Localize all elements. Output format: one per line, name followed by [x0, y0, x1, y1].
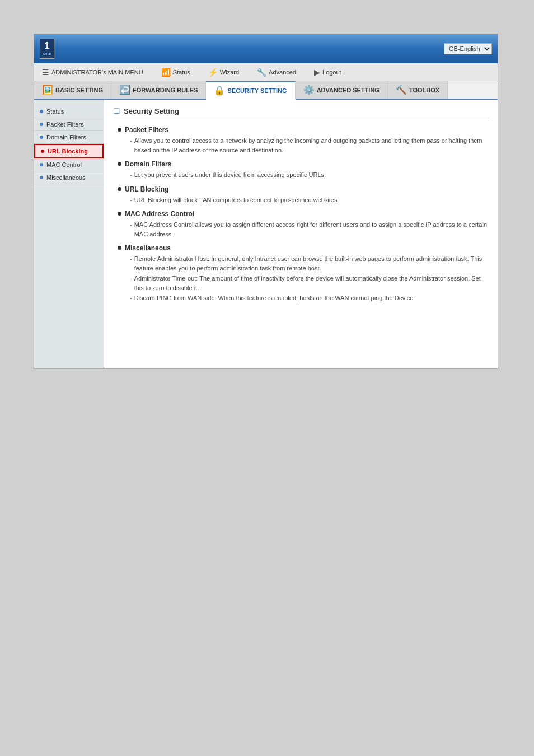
- dash-icon: -: [130, 274, 132, 283]
- feature-domain-filters: Domain Filters - Let you prevent users u…: [118, 160, 489, 180]
- dash-icon: -: [130, 254, 132, 264]
- sidebar-item-packet-filters[interactable]: Packet Filters: [34, 118, 104, 131]
- lang-select-wrap: GB-English: [444, 43, 492, 54]
- dash-icon: -: [130, 170, 132, 180]
- section-title: Security Setting: [124, 107, 179, 115]
- dash-icon: -: [130, 136, 132, 146]
- header-bar: 1 one GB-English: [34, 34, 498, 63]
- nav-item-logout[interactable]: ▶ Logout: [311, 66, 345, 79]
- feature-desc-mac-address-control: - MAC Address Control allows you to assi…: [130, 220, 489, 239]
- logo-box: 1 one: [40, 39, 54, 59]
- bullet-miscellaneous: [118, 246, 121, 250]
- status-nav-icon: 📶: [161, 68, 171, 77]
- sidebar-status-label: Status: [46, 108, 64, 115]
- desc-text-domain-filters: Let you prevent users under this device …: [134, 170, 326, 180]
- main-content: ☐ Security Setting Packet Filters -: [104, 100, 498, 368]
- sidebar-bullet-mac-control: [40, 163, 43, 166]
- desc-text-misc-0: Remote Administrator Host: In general, o…: [134, 254, 489, 273]
- dash-icon: -: [130, 220, 132, 230]
- tab-bar: 🖼️ BASIC SETTING ↩️ FORWARDING RULES 🔒 S…: [34, 81, 498, 100]
- dash-icon: -: [130, 195, 132, 205]
- logo-icon: 1: [44, 41, 50, 51]
- advanced-nav-icon: 🔧: [257, 68, 266, 77]
- desc-item-misc-1: - Administrator Time-out: The amount of …: [130, 274, 489, 292]
- menu-icon: ☰: [42, 68, 49, 77]
- logo-one-text: one: [43, 51, 51, 57]
- toolbox-icon: 🔨: [396, 85, 407, 95]
- sidebar-bullet-url-blocking: [41, 150, 44, 153]
- feature-title-domain-filters: Domain Filters: [118, 160, 489, 168]
- feature-desc-domain-filters: - Let you prevent users under this devic…: [130, 170, 489, 180]
- tab-advanced-setting-label: ADVANCED SETTING: [317, 87, 380, 94]
- bullet-mac-address-control: [118, 212, 121, 216]
- desc-text-packet-filters: Allows you to control access to a networ…: [134, 136, 489, 155]
- nav-status-label: Status: [173, 69, 190, 76]
- tab-basic-setting[interactable]: 🖼️ BASIC SETTING: [34, 81, 111, 99]
- logout-nav-icon: ▶: [314, 68, 320, 77]
- desc-item-misc-2: - Discard PING from WAN side: When this …: [130, 293, 489, 303]
- forwarding-rules-icon: ↩️: [119, 85, 130, 95]
- sidebar-item-status[interactable]: Status: [34, 105, 104, 118]
- sidebar-bullet-packet-filters: [40, 123, 43, 126]
- feature-title-mac-address-control: MAC Address Control: [118, 210, 489, 218]
- bullet-domain-filters: [118, 162, 121, 166]
- tab-advanced-setting[interactable]: ⚙️ ADVANCED SETTING: [296, 81, 388, 99]
- tab-toolbox[interactable]: 🔨 TOOLBOX: [388, 81, 448, 99]
- desc-item: - URL Blocking will block LAN computers …: [130, 195, 489, 205]
- sidebar-packet-filters-label: Packet Filters: [46, 121, 84, 128]
- security-setting-icon: 🔒: [214, 85, 225, 96]
- sidebar-item-domain-filters[interactable]: Domain Filters: [34, 131, 104, 144]
- advanced-setting-icon: ⚙️: [303, 85, 315, 95]
- desc-item-misc-0: - Remote Administrator Host: In general,…: [130, 254, 489, 273]
- desc-text-url-blocking: URL Blocking will block LAN computers to…: [134, 195, 339, 205]
- bullet-url-blocking: [118, 187, 121, 191]
- nav-item-status[interactable]: 📶 Status: [158, 66, 194, 79]
- sidebar-bullet-status: [40, 110, 43, 113]
- basic-setting-icon: 🖼️: [42, 85, 53, 95]
- main-nav: ☰ ADMINISTRATOR's MAIN MENU 📶 Status ⚡ W…: [34, 63, 498, 81]
- sidebar-bullet-miscellaneous: [40, 176, 43, 179]
- feature-title-packet-filters: Packet Filters: [118, 126, 489, 134]
- tab-security-setting-label: SECURITY SETTING: [227, 87, 287, 94]
- feature-packet-filters: Packet Filters - Allows you to control a…: [118, 126, 489, 155]
- tab-security-setting[interactable]: 🔒 SECURITY SETTING: [206, 81, 295, 100]
- nav-advanced-label: Advanced: [269, 69, 296, 76]
- sidebar-miscellaneous-label: Miscellaneous: [46, 174, 86, 181]
- nav-item-main-menu[interactable]: ☰ ADMINISTRATOR's MAIN MENU: [39, 66, 147, 79]
- dash-icon: -: [130, 293, 132, 303]
- tab-toolbox-label: TOOLBOX: [409, 87, 439, 94]
- language-select[interactable]: GB-English: [444, 43, 492, 54]
- sidebar: Status Packet Filters Domain Filters URL…: [34, 100, 104, 368]
- feature-list: Packet Filters - Allows you to control a…: [113, 126, 489, 303]
- desc-text-misc-2: Discard PING from WAN side: When this fe…: [134, 293, 415, 303]
- section-icon: ☐: [113, 106, 120, 115]
- nav-logout-label: Logout: [322, 69, 341, 76]
- desc-item: - Let you prevent users under this devic…: [130, 170, 489, 180]
- sidebar-bullet-domain-filters: [40, 136, 43, 139]
- bullet-packet-filters: [118, 128, 121, 132]
- nav-wizard-label: Wizard: [220, 69, 239, 76]
- section-title-bar: ☐ Security Setting: [113, 106, 489, 118]
- sidebar-domain-filters-label: Domain Filters: [46, 134, 86, 141]
- feature-title-url-blocking: URL Blocking: [118, 185, 489, 193]
- feature-desc-packet-filters: - Allows you to control access to a netw…: [130, 136, 489, 155]
- sidebar-item-miscellaneous[interactable]: Miscellaneous: [34, 171, 104, 184]
- feature-desc-miscellaneous: - Remote Administrator Host: In general,…: [130, 254, 489, 303]
- nav-item-advanced[interactable]: 🔧 Advanced: [254, 66, 299, 79]
- desc-text-misc-1: Administrator Time-out: The amount of ti…: [134, 274, 489, 292]
- sidebar-mac-control-label: MAC Control: [46, 161, 82, 168]
- sidebar-item-mac-control[interactable]: MAC Control: [34, 158, 104, 171]
- tab-forwarding-rules-label: FORWARDING RULES: [133, 87, 198, 94]
- feature-url-blocking: URL Blocking - URL Blocking will block L…: [118, 185, 489, 205]
- desc-item: - MAC Address Control allows you to assi…: [130, 220, 489, 239]
- sidebar-item-url-blocking[interactable]: URL Blocking: [34, 144, 104, 158]
- nav-main-menu-label: ADMINISTRATOR's MAIN MENU: [51, 69, 143, 76]
- feature-title-miscellaneous: Miscellaneous: [118, 244, 489, 252]
- sidebar-url-blocking-label: URL Blocking: [48, 148, 88, 155]
- tab-forwarding-rules[interactable]: ↩️ FORWARDING RULES: [111, 81, 207, 99]
- feature-mac-address-control: MAC Address Control - MAC Address Contro…: [118, 210, 489, 239]
- logo-area: 1 one: [40, 39, 54, 59]
- tab-basic-setting-label: BASIC SETTING: [55, 87, 103, 94]
- desc-text-mac-address-control: MAC Address Control allows you to assign…: [134, 220, 489, 239]
- nav-item-wizard[interactable]: ⚡ Wizard: [205, 66, 242, 79]
